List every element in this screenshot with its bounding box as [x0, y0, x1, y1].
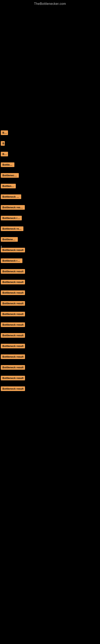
result-spacer	[0, 158, 100, 161]
result-item: Bottleneck result	[0, 376, 100, 381]
result-item: Bottleneck result	[0, 344, 100, 349]
result-spacer	[0, 212, 100, 214]
bottleneck-result-label: Bottleneck result	[1, 365, 25, 370]
bottleneck-result-label: Bottleneck result	[1, 290, 25, 295]
result-spacer	[0, 190, 100, 193]
result-spacer	[0, 329, 100, 332]
result-item: Bottleneck result	[0, 184, 100, 189]
bottleneck-result-label: Bottleneck result	[1, 248, 25, 252]
result-item: Bottleneck result	[0, 258, 100, 264]
results-wrapper: | Bottleneck resultBottleneck resultBott…	[0, 124, 100, 395]
bottleneck-result-label: Bottleneck result	[1, 130, 8, 135]
result-item: Bottleneck result	[0, 130, 100, 136]
result-spacer	[0, 265, 100, 268]
bottleneck-result-label: Bottleneck result	[1, 258, 22, 263]
result-item: Bottleneck result	[0, 365, 100, 370]
result-item: Bottleneck result	[0, 322, 100, 328]
dark-hero-section	[0, 7, 100, 118]
bottleneck-result-label: Bottleneck result	[1, 344, 25, 348]
result-spacer	[0, 137, 100, 140]
result-spacer	[0, 201, 100, 204]
result-item: Bottleneck result	[0, 354, 100, 360]
site-title: TheBottlenecker.com	[0, 0, 100, 7]
bottleneck-result-label: Bottleneck result	[1, 386, 25, 391]
result-spacer	[0, 222, 100, 225]
result-item: Bottleneck result	[0, 194, 100, 200]
bottleneck-result-label: Bottleneck result	[1, 312, 25, 316]
result-spacer	[0, 276, 100, 278]
result-item: Bottleneck result	[0, 386, 100, 392]
result-spacer	[0, 244, 100, 246]
result-spacer	[0, 340, 100, 342]
result-item: Bottleneck result	[0, 301, 100, 306]
bottleneck-result-label: Bottleneck result	[1, 141, 5, 146]
bottleneck-result-label: Bottleneck result	[1, 280, 25, 284]
bottleneck-result-label: Bottleneck result	[1, 237, 18, 242]
result-spacer	[0, 361, 100, 364]
result-item: Bottleneck result	[0, 312, 100, 317]
bottleneck-result-label: Bottleneck result	[1, 269, 25, 274]
result-item: Bottleneck result	[0, 269, 100, 274]
result-spacer	[0, 254, 100, 257]
result-spacer	[0, 372, 100, 374]
result-item: Bottleneck result	[0, 162, 100, 168]
bottleneck-result-label: Bottleneck result	[1, 333, 25, 338]
result-spacer	[0, 318, 100, 321]
result-spacer	[0, 297, 100, 300]
bottleneck-result-label: Bottleneck result	[1, 205, 25, 210]
result-item: Bottleneck result	[0, 248, 100, 253]
bottleneck-result-label: Bottleneck result	[1, 152, 8, 156]
result-item: Bottleneck result	[0, 226, 100, 232]
result-item: Bottleneck result	[0, 173, 100, 178]
result-item: Bottleneck result	[0, 237, 100, 242]
results-container: Bottleneck resultBottleneck resultBottle…	[0, 130, 100, 395]
result-spacer	[0, 308, 100, 310]
result-spacer	[0, 382, 100, 385]
bottleneck-result-label: Bottleneck result	[1, 301, 25, 306]
bottleneck-result-label: Bottleneck result	[1, 194, 21, 199]
result-item: Bottleneck result	[0, 152, 100, 157]
result-spacer	[0, 233, 100, 236]
result-spacer	[0, 148, 100, 150]
result-spacer	[0, 169, 100, 172]
bottleneck-result-label: Bottleneck result	[1, 216, 22, 220]
result-item: Bottleneck result	[0, 205, 100, 210]
bottleneck-result-label: Bottleneck result	[1, 184, 16, 188]
result-item: Bottleneck result	[0, 290, 100, 296]
result-spacer	[0, 286, 100, 289]
result-item: Bottleneck result	[0, 333, 100, 338]
bottleneck-result-label: Bottleneck result	[1, 376, 25, 380]
result-item: Bottleneck result	[0, 216, 100, 221]
result-spacer	[0, 180, 100, 182]
result-spacer	[0, 350, 100, 353]
result-item: Bottleneck result	[0, 280, 100, 285]
result-item: Bottleneck result	[0, 141, 100, 146]
bottleneck-result-label: Bottleneck result	[1, 226, 23, 231]
bottleneck-result-label: Bottleneck result	[1, 162, 14, 167]
bottleneck-result-label: Bottleneck result	[1, 322, 25, 327]
bottleneck-result-label: Bottleneck result	[1, 354, 25, 359]
page-wrapper: TheBottlenecker.com | Bottleneck resultB…	[0, 0, 100, 118]
bottleneck-result-label: Bottleneck result	[1, 173, 19, 178]
